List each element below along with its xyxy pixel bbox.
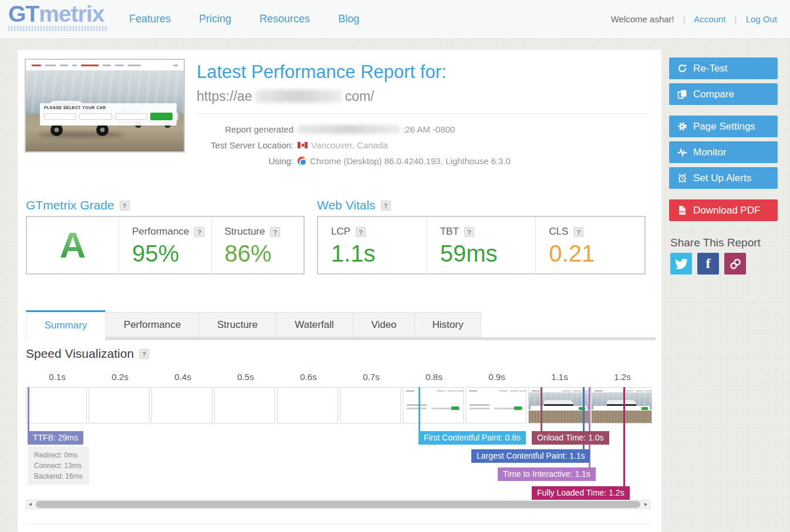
nav-features[interactable]: Features — [129, 13, 171, 25]
nav-resources[interactable]: Resources — [259, 13, 310, 25]
help-icon[interactable]: ? — [381, 201, 391, 211]
report-generated-row: Report generated :26 AM -0800 — [197, 121, 511, 137]
twitter-share-button[interactable] — [670, 253, 692, 275]
fully-loaded-label: Fully Loaded Time: 1.2s — [532, 486, 630, 500]
gear-icon — [677, 121, 687, 131]
grade-letter-cell: A — [27, 217, 119, 273]
facebook-share-button[interactable]: f — [697, 253, 719, 275]
monitor-button[interactable]: Monitor — [669, 141, 778, 163]
logo-metrix: metrix — [39, 1, 104, 26]
set-up-alerts-button[interactable]: Set Up Alerts — [669, 167, 778, 189]
share-title: Share This Report — [670, 236, 761, 249]
alarm-clock-icon — [677, 173, 687, 183]
onload-label: Onload Time: 1.0s — [532, 431, 609, 445]
twitter-icon — [675, 257, 688, 270]
top-header: GTmetrix Features Pricing Resources Blog… — [0, 0, 790, 39]
help-icon[interactable]: ? — [464, 227, 474, 237]
filmstrip-frame — [151, 387, 212, 423]
tab-waterfall[interactable]: Waterfall — [276, 312, 353, 337]
tab-structure[interactable]: Structure — [200, 312, 276, 337]
fully-loaded-marker-line — [623, 387, 625, 487]
filmstrip-frame — [591, 387, 652, 423]
redacted-date-blur — [298, 125, 400, 134]
tab-performance[interactable]: Performance — [106, 312, 200, 337]
refresh-icon — [677, 63, 687, 73]
structure-cell: Structure ? 86% — [211, 217, 304, 273]
tbt-value: 59ms — [440, 240, 536, 267]
tab-summary[interactable]: Summary — [26, 310, 106, 340]
structure-value: 86% — [225, 240, 304, 267]
horizontal-scrollbar[interactable] — [26, 500, 650, 509]
scroll-right-arrow-icon[interactable] — [641, 500, 650, 509]
main-nav: Features Pricing Resources Blog — [129, 13, 359, 25]
report-details: Report generated :26 AM -0800 Test Serve… — [197, 121, 511, 169]
tab-understrip — [106, 337, 656, 340]
svg-text:PDF: PDF — [680, 211, 686, 214]
thumbnail-search-button — [150, 113, 173, 120]
chrome-icon — [298, 157, 306, 165]
filmstrip-frame — [528, 387, 589, 423]
speed-viz-heading: Speed Visualization ? — [26, 347, 149, 361]
compare-button[interactable]: Compare — [669, 83, 778, 105]
tab-video[interactable]: Video — [353, 312, 415, 337]
nav-blog[interactable]: Blog — [338, 13, 359, 25]
tti-label: Time to Interactive: 1.1s — [498, 467, 596, 481]
gtmetrix-logo[interactable]: GTmetrix — [8, 2, 108, 31]
account-link[interactable]: Account — [694, 14, 725, 24]
ttfb-marker-line — [28, 387, 29, 432]
help-icon[interactable]: ? — [194, 227, 204, 237]
fcp-marker-line — [418, 387, 420, 432]
ttfb-label: TTFB: 29ms — [28, 431, 83, 445]
thumbnail-select-form — [44, 113, 173, 120]
help-icon[interactable]: ? — [356, 227, 366, 237]
logout-link[interactable]: Log Out — [746, 14, 777, 24]
page-preview-thumbnail: PLEASE SELECT YOUR CAR — [25, 59, 185, 153]
pulse-icon — [677, 147, 687, 157]
grade-letter: A — [60, 227, 86, 263]
filmstrip-frame — [214, 387, 275, 423]
web-vitals-box: LCP? 1.1s TBT? 59ms CLS? 0.21 — [317, 216, 646, 275]
retest-button[interactable]: Re-Test — [669, 57, 778, 79]
redacted-url-blur — [255, 90, 342, 103]
help-icon[interactable]: ? — [573, 227, 583, 237]
help-icon[interactable]: ? — [120, 201, 130, 211]
pdf-icon: PDF — [677, 205, 687, 215]
separator: | — [735, 14, 737, 24]
lcp-label: Largest Contentful Paint: 1.1s — [471, 449, 590, 463]
report-url: https://aecom/ — [197, 89, 374, 105]
performance-value: 95% — [132, 240, 211, 267]
scroll-left-arrow-icon[interactable] — [26, 500, 35, 509]
tab-history[interactable]: History — [415, 312, 481, 337]
grade-box: A Performance ? 95% Structure ? 86% — [26, 216, 305, 275]
thumbnail-overlay-text: PLEASE SELECT YOUR CAR — [44, 106, 173, 110]
filmstrip-frame — [89, 387, 150, 423]
filmstrip-frame — [465, 387, 526, 423]
using-row: Using: Chrome (Desktop) 86.0.4240.193, L… — [197, 153, 511, 169]
help-icon[interactable]: ? — [270, 227, 280, 237]
cls-value: 0.21 — [549, 240, 644, 267]
scrollbar-thumb[interactable] — [36, 501, 640, 508]
help-icon[interactable]: ? — [139, 349, 149, 359]
facebook-icon: f — [706, 256, 711, 272]
filmstrip-frame — [403, 387, 464, 423]
lcp-value: 1.1s — [331, 240, 427, 267]
timeline-ticks: 0.1s0.2s 0.4s0.5s 0.6s0.7s 0.8s0.9s 1.1s… — [26, 372, 654, 382]
filmstrip-frame — [26, 387, 87, 423]
performance-cell: Performance ? 95% — [119, 217, 211, 273]
ttfb-details: Redirect: 0ms Connect: 13ms Backend: 16m… — [28, 446, 89, 485]
divider — [197, 113, 647, 114]
thumbnail-photo: PLEASE SELECT YOUR CAR — [26, 70, 184, 151]
onload-marker-line — [541, 387, 542, 432]
cls-cell: CLS? 0.21 — [535, 217, 644, 273]
fcp-label: First Contentful Paint: 0.8s — [418, 431, 526, 445]
welcome-text: Welcome ashar! — [611, 14, 674, 24]
tbt-cell: TBT? 59ms — [427, 217, 536, 273]
nav-pricing[interactable]: Pricing — [199, 13, 231, 25]
link-icon — [729, 257, 742, 270]
page-settings-button[interactable]: Page Settings — [669, 116, 778, 137]
compare-icon — [677, 89, 687, 99]
copy-link-share-button[interactable] — [724, 253, 746, 275]
filmstrip-frame — [277, 387, 338, 423]
download-pdf-button[interactable]: PDF Download PDF — [669, 199, 778, 221]
logo-ruler-graphic — [8, 26, 108, 31]
